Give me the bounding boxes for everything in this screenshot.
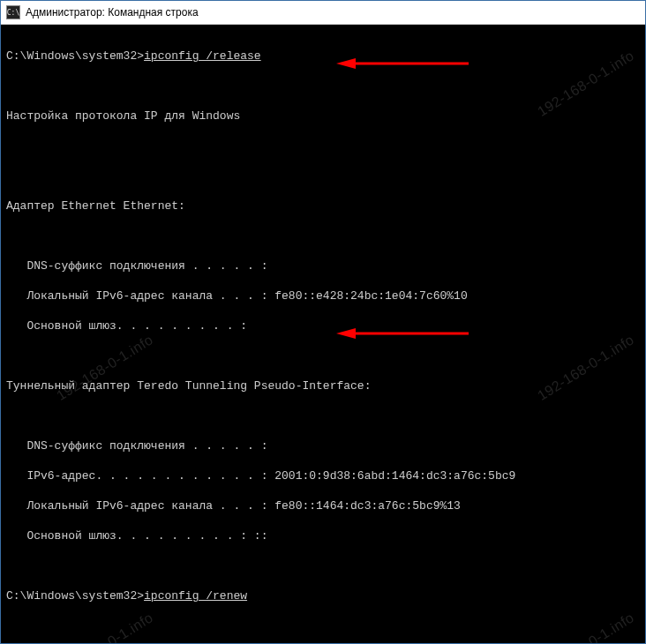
prompt-path: C:\Windows\system32>	[6, 49, 144, 63]
blank	[6, 408, 640, 423]
blank	[6, 558, 640, 573]
adapter-title: Туннельный адаптер Teredo Tunneling Pseu…	[6, 378, 640, 393]
output-line: DNS-суффикс подключения . . . . . :	[6, 438, 640, 453]
prompt-line-2: C:\Windows\system32>ipconfig /renew	[6, 588, 640, 603]
adapter-title: Адаптер Ethernet Ethernet:	[6, 198, 640, 213]
blank	[6, 79, 640, 94]
output-line: IPv6-адрес. . . . . . . . . . . . : 2001…	[6, 468, 640, 483]
blank	[6, 618, 640, 633]
command-renew: ipconfig /renew	[144, 589, 247, 603]
output-line: DNS-суффикс подключения . . . . . :	[6, 258, 640, 273]
prompt-line-1: C:\Windows\system32>ipconfig /release	[6, 49, 640, 64]
titlebar[interactable]: C:\ Администратор: Командная строка	[1, 1, 645, 25]
cmd-icon: C:\	[6, 5, 20, 19]
command-release: ipconfig /release	[144, 49, 261, 63]
blank	[6, 228, 640, 243]
release-heading: Настройка протокола IP для Windows	[6, 109, 640, 124]
output-line: Локальный IPv6-адрес канала . . . : fe80…	[6, 288, 640, 303]
blank	[6, 139, 640, 154]
terminal-surface[interactable]: C:\Windows\system32>ipconfig /release На…	[1, 25, 645, 644]
output-line: Основной шлюз. . . . . . . . . : ::	[6, 528, 640, 543]
output-line: Локальный IPv6-адрес канала . . . : fe80…	[6, 498, 640, 513]
window-title: Администратор: Командная строка	[26, 6, 199, 19]
output-line: Основной шлюз. . . . . . . . . :	[6, 318, 640, 333]
prompt-path: C:\Windows\system32>	[6, 589, 144, 603]
blank	[6, 348, 640, 363]
arrow-annotation	[336, 26, 469, 39]
blank	[6, 168, 640, 183]
cmd-window: C:\ Администратор: Командная строка C:\W…	[0, 0, 646, 644]
